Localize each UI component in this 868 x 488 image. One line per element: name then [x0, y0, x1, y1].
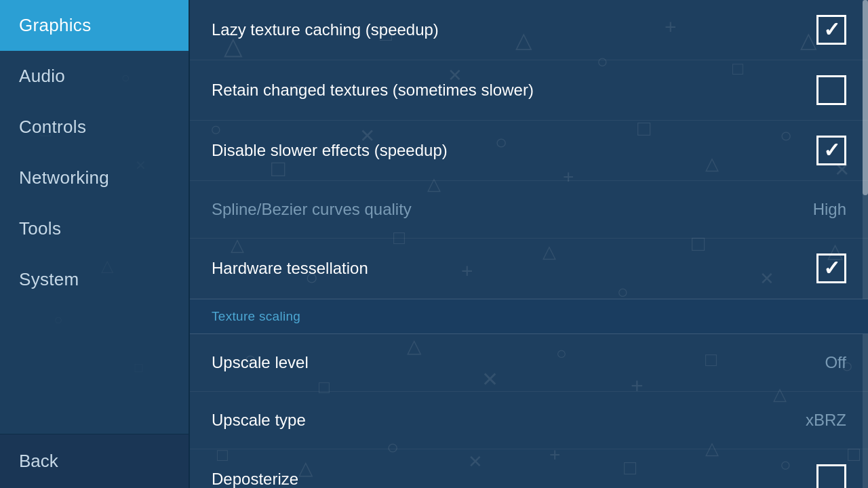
setting-deposterize[interactable]: Deposterize — [190, 449, 868, 488]
retain-textures-label: Retain changed textures (sometimes slowe… — [212, 81, 534, 100]
setting-lazy-texture[interactable]: Lazy texture caching (speedup) — [190, 0, 868, 60]
upscale-type-label: Upscale type — [212, 411, 306, 430]
settings-list: Lazy texture caching (speedup) Retain ch… — [190, 0, 868, 488]
main-content: △ ○ □ ✕ △ ○ + □ △ ○ □ ✕ △ ○ + □ △ ○ ✕ △ … — [190, 0, 868, 488]
setting-disable-effects[interactable]: Disable slower effects (speedup) — [190, 121, 868, 181]
sidebar-item-controls[interactable]: Controls — [0, 102, 189, 152]
sidebar-item-networking[interactable]: Networking — [0, 152, 189, 203]
disable-effects-label: Disable slower effects (speedup) — [212, 141, 448, 160]
deposterize-label: Deposterize — [212, 470, 298, 488]
retain-textures-checkbox[interactable] — [816, 75, 846, 105]
back-label: Back — [19, 451, 58, 471]
sidebar-label-tools: Tools — [19, 218, 61, 239]
setting-spline-quality[interactable]: Spline/Bezier curves quality High — [190, 181, 868, 239]
setting-retain-textures[interactable]: Retain changed textures (sometimes slowe… — [190, 60, 868, 121]
setting-upscale-type[interactable]: Upscale type xBRZ — [190, 392, 868, 449]
sidebar-item-tools[interactable]: Tools — [0, 203, 189, 254]
sidebar-label-system: System — [19, 269, 79, 289]
sidebar-label-controls: Controls — [19, 117, 86, 137]
spline-quality-label: Spline/Bezier curves quality — [212, 200, 412, 219]
sidebar: △ ○ □ ✕ + △ ○ □ Graphics Audio Controls … — [0, 0, 190, 488]
sidebar-item-system[interactable]: System — [0, 254, 189, 305]
sidebar-label-networking: Networking — [19, 167, 109, 188]
texture-scaling-section-header: Texture scaling — [190, 299, 868, 334]
svg-text:□: □ — [135, 360, 143, 375]
disable-effects-checkbox[interactable] — [816, 136, 846, 165]
sidebar-label-graphics: Graphics — [19, 15, 91, 35]
upscale-type-value: xBRZ — [806, 411, 846, 430]
svg-text:○: ○ — [54, 311, 62, 328]
lazy-texture-checkbox[interactable] — [816, 15, 846, 45]
hw-tessellation-label: Hardware tessellation — [212, 259, 368, 278]
upscale-level-value: Off — [825, 353, 846, 372]
texture-scaling-label: Texture scaling — [212, 309, 300, 323]
setting-upscale-level[interactable]: Upscale level Off — [190, 334, 868, 392]
sidebar-item-graphics[interactable]: Graphics — [0, 0, 189, 51]
spline-quality-value: High — [813, 200, 846, 219]
setting-hw-tessellation[interactable]: Hardware tessellation — [190, 239, 868, 299]
lazy-texture-label: Lazy texture caching (speedup) — [212, 20, 439, 39]
sidebar-label-audio: Audio — [19, 66, 65, 86]
upscale-level-label: Upscale level — [212, 353, 309, 372]
sidebar-item-audio[interactable]: Audio — [0, 51, 189, 102]
hw-tessellation-checkbox[interactable] — [816, 253, 846, 283]
back-button[interactable]: Back — [0, 434, 189, 488]
deposterize-checkbox[interactable] — [816, 464, 846, 488]
